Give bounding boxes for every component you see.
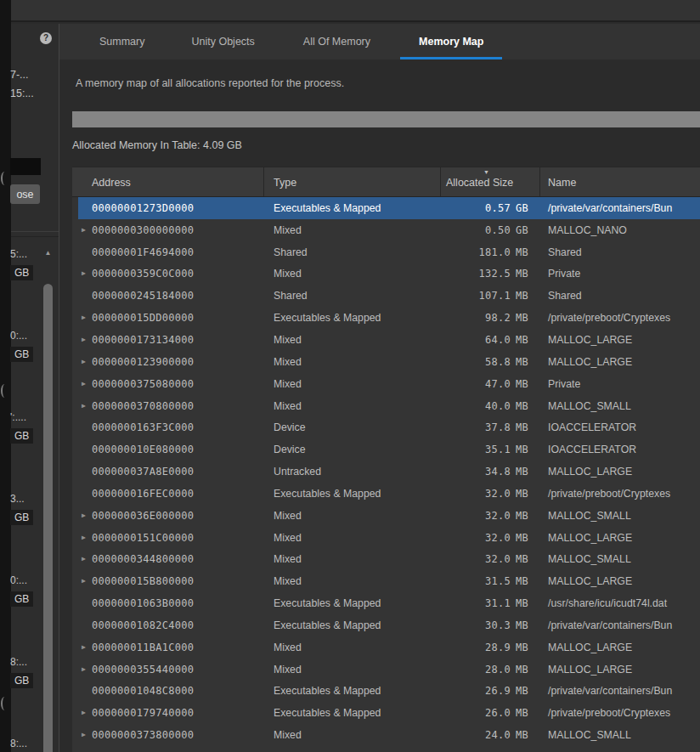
expand-arrow-icon[interactable]: ▶ <box>82 381 86 387</box>
snapshot-size-badge: GB <box>10 428 33 444</box>
snapshot-list-item[interactable]: 8:... GB <box>10 738 42 752</box>
cell-type: Mixed <box>263 575 440 587</box>
tab-all-of-memory[interactable]: All Of Memory <box>285 24 389 59</box>
expand-arrow-icon[interactable]: ▶ <box>82 270 86 277</box>
expand-arrow-icon[interactable]: ▶ <box>82 644 86 651</box>
column-header-allocated-size[interactable]: Allocated Size <box>440 177 539 196</box>
tab-unity-objects[interactable]: Unity Objects <box>172 24 273 59</box>
table-row[interactable]: ▶ 000000011BA1C000 Mixed 28.9 MB MALLOC_… <box>72 636 700 659</box>
cell-allocated-size: 32.0 MB <box>440 510 539 522</box>
snapshot-list-item[interactable]: ':.... GB <box>10 411 42 444</box>
cell-address: ▶ 0000000151C00000 <box>72 532 263 544</box>
cell-name: MALLOC_SMALL <box>539 400 700 412</box>
table-row[interactable]: ▶ 000000014F000000 Mixed 24.0 MB MALLOC_… <box>72 746 700 752</box>
cell-allocated-size: 98.2 MB <box>440 312 539 324</box>
cell-type: Untracked <box>263 466 440 478</box>
cell-type: Mixed <box>263 532 440 544</box>
table-row[interactable]: ▶ 0000000123900000 Mixed 58.8 MB MALLOC_… <box>72 351 700 373</box>
table-row[interactable]: ▶ 000000015DD00000 Executables & Mapped … <box>72 307 700 329</box>
help-icon[interactable]: ? <box>40 32 52 44</box>
cell-address: ▶ 0000000300000000 <box>72 224 263 236</box>
expand-arrow-icon[interactable]: ▶ <box>82 512 86 519</box>
cell-address: ▶ 0000000344800000 <box>72 553 263 565</box>
expand-arrow-icon[interactable]: ▶ <box>82 534 86 541</box>
table-row[interactable]: ▶ 0000000151C00000 Mixed 32.0 MB MALLOC_… <box>72 527 700 549</box>
cell-name: MALLOC_LARGE <box>539 575 700 587</box>
cell-allocated-size: 28.0 MB <box>440 664 539 676</box>
sidebar-scrollbar[interactable]: ▲ <box>42 246 54 752</box>
clipped-icon <box>1 384 8 398</box>
tab-summary[interactable]: Summary <box>81 24 163 59</box>
cell-name: IOACCELERATOR <box>539 444 700 455</box>
cell-type: Mixed <box>263 510 440 522</box>
table-row[interactable]: 00000001063B0000 Executables & Mapped 31… <box>72 592 700 614</box>
table-row[interactable]: ▶ 0000000373800000 Mixed 24.0 MB MALLOC_… <box>72 724 700 746</box>
cell-allocated-size: 30.3 MB <box>440 619 539 631</box>
table-row[interactable]: 000000010E080000 Device 35.1 MB IOACCELE… <box>72 438 700 461</box>
expand-arrow-icon[interactable]: ▶ <box>82 666 86 673</box>
cell-allocated-size: 26.9 MB <box>440 685 539 697</box>
cell-address: 00000001048C8000 <box>72 685 263 697</box>
expand-arrow-icon[interactable]: ▶ <box>82 403 86 410</box>
cell-allocated-size: 40.0 MB <box>440 400 539 412</box>
snapshot-list-item[interactable]: 8:... GB <box>10 656 42 689</box>
cell-allocated-size: 47.0 MB <box>440 378 539 390</box>
table-row[interactable]: ▶ 000000015B800000 Mixed 31.5 MB MALLOC_… <box>72 570 700 592</box>
expand-arrow-icon[interactable]: ▶ <box>82 336 86 343</box>
expand-arrow-icon[interactable]: ▶ <box>82 732 86 738</box>
snapshot-list-item[interactable]: 5:... GB <box>10 248 42 281</box>
table-row[interactable]: ▶ 0000000355440000 Mixed 28.0 MB MALLOC_… <box>72 659 700 681</box>
table-row[interactable]: 0000000245184000 Shared 107.1 MB Shared <box>72 285 700 307</box>
table-row[interactable]: ▶ 0000000179740000 Executables & Mapped … <box>72 702 700 724</box>
table-row[interactable]: ▶ 0000000375080000 Mixed 47.0 MB Private <box>72 373 700 395</box>
scroll-up-icon[interactable]: ▲ <box>42 249 54 257</box>
expand-arrow-icon[interactable]: ▶ <box>82 314 86 321</box>
expand-arrow-icon[interactable]: ▶ <box>82 578 86 585</box>
tab-bar: SummaryUnity ObjectsAll Of MemoryMemory … <box>59 24 700 59</box>
cell-allocated-size: 64.0 MB <box>440 334 539 346</box>
expand-arrow-icon[interactable]: ▶ <box>82 710 86 716</box>
table-row[interactable]: 00000001F4694000 Shared 181.0 MB Shared <box>72 241 700 263</box>
table-row[interactable]: 000000037A8E0000 Untracked 34.8 MB MALLO… <box>72 461 700 483</box>
cell-address: 00000001273D0000 <box>72 202 263 214</box>
table-row[interactable]: 00000001082C4000 Executables & Mapped 30… <box>72 614 700 636</box>
cell-allocated-size: 181.0 MB <box>440 246 539 258</box>
scrollbar-thumb[interactable] <box>43 284 53 752</box>
table-row[interactable]: 000000016FEC0000 Executables & Mapped 32… <box>72 483 700 505</box>
column-header-address[interactable]: Address <box>72 177 263 196</box>
memory-map-overview-bar[interactable] <box>72 111 700 127</box>
cell-address: ▶ 0000000179740000 <box>72 707 263 719</box>
table-row[interactable]: ▶ 0000000344800000 Mixed 32.0 MB MALLOC_… <box>72 549 700 571</box>
column-header-type[interactable]: Type <box>263 177 440 196</box>
table-row[interactable]: ▶ 0000000173134000 Mixed 64.0 MB MALLOC_… <box>72 329 700 351</box>
cell-address: ▶ 0000000373800000 <box>72 729 263 741</box>
cell-type: Mixed <box>263 729 440 741</box>
snapshot-list-item[interactable]: 0:... GB <box>10 574 42 608</box>
table-row[interactable]: ▶ 000000036E000000 Mixed 32.0 MB MALLOC_… <box>72 505 700 527</box>
snapshot-list-item[interactable]: 0:... GB <box>10 330 42 363</box>
table-row[interactable]: 00000001273D0000 Executables & Mapped 0.… <box>72 197 700 219</box>
cell-name: Private <box>539 268 700 280</box>
cell-name: MALLOC_SMALL <box>539 510 700 522</box>
table-row[interactable]: ▶ 0000000359C0C000 Mixed 132.5 MB Privat… <box>72 263 700 286</box>
cell-allocated-size: 32.0 MB <box>440 553 539 565</box>
table-row[interactable]: ▶ 0000000300000000 Mixed 0.50 GB MALLOC_… <box>72 219 700 241</box>
snapshot-list-item[interactable]: 3... GB <box>10 493 42 526</box>
column-header-name[interactable]: Name <box>539 177 700 196</box>
tab-memory-map[interactable]: Memory Map <box>400 24 502 59</box>
table-row[interactable]: 0000000163F3C000 Device 37.8 MB IOACCELE… <box>72 416 700 438</box>
snapshot-size-badge: GB <box>10 347 33 362</box>
expand-arrow-icon[interactable]: ▶ <box>82 359 86 365</box>
allocated-memory-label: Allocated Memory In Table: 4.09 GB <box>72 139 242 151</box>
expand-arrow-icon[interactable]: ▶ <box>82 227 86 234</box>
close-snapshot-button[interactable]: ose <box>10 184 40 204</box>
snapshot-item-label: 8:... <box>10 656 42 668</box>
cell-name: Private <box>539 378 700 390</box>
cell-address: 0000000245184000 <box>72 290 263 302</box>
table-row[interactable]: ▶ 0000000370800000 Mixed 40.0 MB MALLOC_… <box>72 395 700 417</box>
expand-arrow-icon[interactable]: ▶ <box>82 556 86 563</box>
table-row[interactable]: 00000001048C8000 Executables & Mapped 26… <box>72 681 700 703</box>
cell-type: Mixed <box>263 356 440 368</box>
table-body: 00000001273D0000 Executables & Mapped 0.… <box>72 197 700 752</box>
snapshot-list: 5:... GB 0:... GB ':.... GB 3... GB 0:..… <box>10 248 42 752</box>
